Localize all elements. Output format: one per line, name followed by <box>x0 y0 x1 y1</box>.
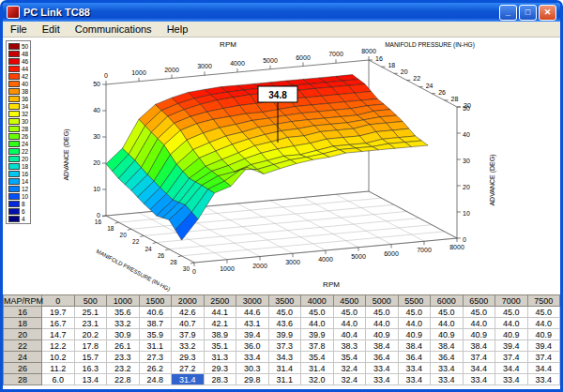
minimize-button[interactable]: _ <box>499 5 517 21</box>
advance-cell[interactable]: 45.0 <box>398 307 431 318</box>
advance-cell[interactable]: 44.1 <box>204 307 236 318</box>
advance-cell[interactable]: 29.3 <box>204 363 236 374</box>
advance-cell[interactable]: 24.8 <box>139 374 172 385</box>
advance-cell[interactable]: 35.1 <box>204 340 236 352</box>
advance-cell[interactable]: 39.4 <box>495 340 528 352</box>
advance-cell[interactable]: 33.4 <box>366 374 399 385</box>
advance-cell[interactable]: 36.4 <box>366 352 399 363</box>
advance-cell[interactable]: 45.0 <box>301 307 334 318</box>
menu-edit[interactable]: Edit <box>35 23 68 35</box>
advance-cell[interactable]: 20.2 <box>74 329 107 340</box>
advance-cell[interactable]: 38.4 <box>398 340 431 352</box>
advance-cell[interactable]: 12.2 <box>42 340 75 352</box>
advance-cell[interactable]: 43.6 <box>268 318 301 329</box>
advance-cell[interactable]: 39.9 <box>268 329 301 340</box>
advance-cell[interactable]: 17.8 <box>74 340 107 352</box>
advance-cell[interactable]: 33.2 <box>172 340 205 352</box>
advance-cell[interactable]: 13.4 <box>74 374 107 385</box>
menu-help[interactable]: Help <box>160 23 196 35</box>
advance-cell[interactable]: 32.4 <box>333 363 366 374</box>
advance-cell[interactable]: 11.2 <box>42 363 75 374</box>
advance-cell[interactable]: 33.4 <box>366 363 399 374</box>
advance-cell[interactable]: 31.1 <box>268 374 301 385</box>
advance-cell[interactable]: 44.0 <box>527 318 560 329</box>
advance-cell[interactable]: 36.0 <box>236 340 269 352</box>
advance-cell[interactable]: 40.7 <box>172 318 205 329</box>
advance-cell[interactable]: 42.1 <box>204 318 236 329</box>
advance-cell[interactable]: 40.9 <box>463 329 495 340</box>
advance-cell[interactable]: 40.9 <box>527 329 560 340</box>
menu-communications[interactable]: Communications <box>68 23 160 35</box>
advance-cell[interactable]: 36.4 <box>398 352 431 363</box>
advance-cell[interactable]: 36.4 <box>431 352 464 363</box>
advance-cell[interactable]: 38.4 <box>463 340 495 352</box>
advance-cell[interactable]: 33.4 <box>236 352 269 363</box>
advance-cell[interactable]: 19.7 <box>42 307 75 318</box>
advance-cell[interactable]: 27.3 <box>139 352 172 363</box>
advance-cell[interactable]: 37.8 <box>301 340 334 352</box>
advance-cell[interactable]: 40.9 <box>495 329 528 340</box>
advance-cell[interactable]: 23.1 <box>74 318 107 329</box>
advance-cell[interactable]: 40.9 <box>366 329 399 340</box>
advance-cell[interactable]: 10.2 <box>42 352 75 363</box>
advance-cell[interactable]: 37.4 <box>495 352 528 363</box>
advance-cell[interactable]: 23.3 <box>107 352 140 363</box>
advance-cell[interactable]: 45.0 <box>268 307 301 318</box>
advance-cell[interactable]: 45.0 <box>431 307 464 318</box>
advance-cell[interactable]: 35.4 <box>333 352 366 363</box>
advance-cell[interactable]: 33.4 <box>527 374 560 385</box>
advance-cell[interactable]: 31.4 <box>172 374 205 385</box>
advance-cell[interactable]: 44.6 <box>236 307 269 318</box>
advance-cell[interactable]: 26.1 <box>107 340 140 352</box>
maximize-button[interactable]: □ <box>519 5 537 21</box>
advance-cell[interactable]: 34.3 <box>268 352 301 363</box>
advance-cell[interactable]: 44.0 <box>301 318 334 329</box>
advance-cell[interactable]: 33.4 <box>463 374 495 385</box>
close-button[interactable]: ✕ <box>539 5 556 21</box>
advance-cell[interactable]: 37.4 <box>463 352 495 363</box>
advance-cell[interactable]: 6.0 <box>42 374 75 385</box>
advance-cell[interactable]: 25.1 <box>74 307 107 318</box>
advance-cell[interactable]: 45.0 <box>366 307 399 318</box>
advance-cell[interactable]: 38.3 <box>333 340 366 352</box>
advance-cell[interactable]: 35.9 <box>139 329 172 340</box>
advance-cell[interactable]: 26.2 <box>139 363 172 374</box>
advance-cell[interactable]: 40.9 <box>398 329 431 340</box>
advance-cell[interactable]: 33.4 <box>431 363 464 374</box>
advance-cell[interactable]: 27.2 <box>172 363 205 374</box>
advance-cell[interactable]: 44.0 <box>495 318 528 329</box>
advance-cell[interactable]: 43.1 <box>236 318 269 329</box>
advance-cell[interactable]: 44.0 <box>431 318 464 329</box>
advance-cell[interactable]: 37.9 <box>172 329 205 340</box>
advance-cell[interactable]: 40.4 <box>333 329 366 340</box>
advance-cell[interactable]: 33.4 <box>431 374 464 385</box>
advance-cell[interactable]: 14.7 <box>42 329 75 340</box>
advance-cell[interactable]: 39.4 <box>527 340 560 352</box>
advance-cell[interactable]: 45.0 <box>495 307 528 318</box>
advance-cell[interactable]: 16.3 <box>74 363 107 374</box>
advance-cell[interactable]: 34.4 <box>463 363 495 374</box>
advance-cell[interactable]: 33.4 <box>398 374 431 385</box>
title-bar[interactable]: PC Link TC88 _ □ ✕ <box>3 3 560 22</box>
advance-cell[interactable]: 38.7 <box>139 318 172 329</box>
surface-plot[interactable]: 0010102020303040405050001000100020002000… <box>3 38 560 294</box>
advance-cell[interactable]: 35.4 <box>301 352 334 363</box>
advance-cell[interactable]: 37.4 <box>527 352 560 363</box>
advance-cell[interactable]: 31.1 <box>139 340 172 352</box>
advance-cell[interactable]: 42.6 <box>172 307 205 318</box>
advance-cell[interactable]: 23.2 <box>107 363 140 374</box>
advance-cell[interactable]: 33.4 <box>398 363 431 374</box>
advance-cell[interactable]: 30.3 <box>236 363 269 374</box>
advance-cell[interactable]: 16.7 <box>42 318 75 329</box>
advance-cell[interactable]: 45.0 <box>333 307 366 318</box>
advance-cell[interactable]: 38.4 <box>431 340 464 352</box>
advance-cell[interactable]: 45.0 <box>463 307 495 318</box>
advance-cell[interactable]: 33.4 <box>495 374 528 385</box>
advance-cell[interactable]: 32.0 <box>301 374 334 385</box>
advance-cell[interactable]: 32.4 <box>333 374 366 385</box>
advance-cell[interactable]: 40.6 <box>139 307 172 318</box>
advance-cell[interactable]: 35.6 <box>107 307 140 318</box>
advance-cell[interactable]: 39.4 <box>236 329 269 340</box>
advance-cell[interactable]: 29.8 <box>236 374 269 385</box>
advance-cell[interactable]: 15.7 <box>74 352 107 363</box>
